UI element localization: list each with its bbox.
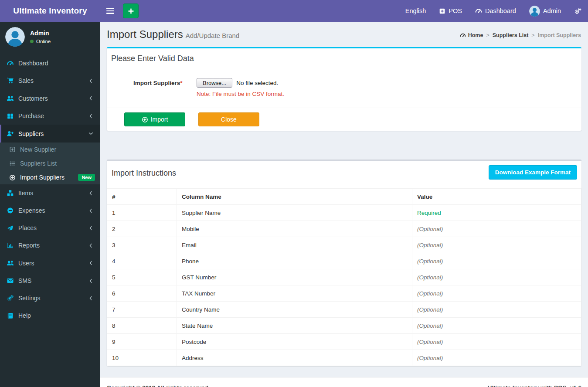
form-card-footer: Import Close <box>107 108 581 131</box>
sidebar-item-places: Places <box>0 219 100 237</box>
chevron-left-icon <box>88 113 94 119</box>
tachometer-icon <box>7 60 14 67</box>
csv-format-note: Note: File must be in CSV format. <box>197 91 284 97</box>
chevron-left-icon <box>88 225 94 231</box>
sidebar-item-sales: Sales <box>0 72 100 89</box>
hamburger-icon <box>106 8 114 9</box>
top-navbar: Ultimate Inventory English POS Dashboard… <box>0 0 588 22</box>
sidebar-item-customers: Customers <box>0 89 100 107</box>
list-icon <box>9 160 16 166</box>
chevron-left-icon <box>88 295 94 301</box>
user-plus-icon <box>7 130 14 137</box>
suppliers-submenu: New Supplier Suppliers List Import Suppl… <box>0 143 100 184</box>
copyright-text: Copyright © 2019 All rights reserved. <box>107 384 210 387</box>
avatar <box>5 27 25 47</box>
instructions-card-header: Import Instructions Download Example For… <box>107 161 581 188</box>
col-header-value: Value <box>412 189 581 205</box>
value-optional: (Optional) <box>412 221 581 237</box>
sidebar-item-new-supplier: New Supplier <box>0 143 100 156</box>
sidebar-item-import-suppliers: Import Suppliers New <box>0 170 100 184</box>
chevron-left-icon <box>88 190 94 196</box>
chevron-left-icon <box>88 260 94 266</box>
sidebar-item-expenses: Expenses <box>0 202 100 219</box>
breadcrumb-separator: > <box>486 32 489 38</box>
table-row: 2 Mobile (Optional) <box>107 221 581 237</box>
file-status-text: No file selected. <box>236 80 278 86</box>
avatar-icon <box>5 27 25 47</box>
avatar-icon <box>529 6 540 17</box>
sidebar-item-suppliers-list: Suppliers List <box>0 156 100 170</box>
col-header-number: # <box>107 189 177 205</box>
sidebar-user-panel: Admin Online <box>0 22 100 52</box>
table-row: 4 Phone (Optional) <box>107 253 581 269</box>
value-optional: (Optional) <box>412 334 581 350</box>
plus-square-icon <box>439 8 445 14</box>
language-menu[interactable]: English <box>399 0 433 22</box>
import-circle-icon <box>142 116 148 123</box>
table-row: 7 Country Name (Optional) <box>107 302 581 318</box>
sidebar-user-name: Admin <box>30 30 51 37</box>
breadcrumb-current: Import Suppliers <box>538 32 581 38</box>
browse-button[interactable]: Browse... <box>197 78 232 88</box>
sidebar-item-purchase: Purchase <box>0 107 100 125</box>
value-optional: (Optional) <box>412 237 581 253</box>
pos-label: POS <box>449 7 462 14</box>
table-row: 5 GST Number (Optional) <box>107 269 581 285</box>
sidebar-item-reports: Reports <box>0 237 100 254</box>
import-circle-icon <box>9 174 16 181</box>
pos-link[interactable]: POS <box>432 0 469 22</box>
table-row: 1 Supplier Name Required <box>107 205 581 221</box>
sidebar-item-users: Users <box>0 254 100 272</box>
tachometer-icon <box>475 7 482 14</box>
chevron-left-icon <box>88 208 94 214</box>
content-header: Import SuppliersAdd/Update Brand Home > … <box>100 22 588 47</box>
quick-add-button[interactable] <box>123 3 139 18</box>
value-required: Required <box>412 205 581 221</box>
page-subtitle: Add/Update Brand <box>186 32 239 39</box>
close-button[interactable]: Close <box>198 112 259 126</box>
breadcrumb-suppliers-list[interactable]: Suppliers List <box>493 32 529 38</box>
import-button[interactable]: Import <box>124 112 185 126</box>
sidebar: Admin Online Dashboard Sales Customers P… <box>0 22 100 387</box>
page-title: Import Suppliers <box>107 28 183 41</box>
avatar <box>529 6 540 17</box>
settings-menu-button[interactable] <box>568 0 588 22</box>
bar-chart-icon <box>7 242 14 249</box>
file-field-row: Import Suppliers* Browse... No file sele… <box>111 78 577 97</box>
import-instructions-card: Import Instructions Download Example For… <box>107 160 581 366</box>
chevron-down-icon <box>88 131 94 136</box>
download-example-format-button[interactable]: Download Example Format <box>489 165 577 180</box>
sidebar-item-items: Items <box>0 184 100 202</box>
new-badge: New <box>78 174 95 181</box>
file-field-column: Browse... No file selected. Note: File m… <box>197 78 284 97</box>
table-row: 9 Postcode (Optional) <box>107 334 581 350</box>
version-text: Ultimate Inventory with POS -v1.6 <box>488 384 581 387</box>
chevron-left-icon <box>88 243 94 248</box>
sidebar-toggle-button[interactable] <box>100 0 120 22</box>
user-menu[interactable]: Admin <box>523 0 568 22</box>
app-logo[interactable]: Ultimate Inventory <box>0 0 100 22</box>
paper-plane-icon <box>7 225 14 231</box>
required-asterisk: * <box>180 80 182 86</box>
grid-icon <box>7 113 14 119</box>
breadcrumb: Home > Suppliers List > Import Suppliers <box>460 32 581 38</box>
cogs-icon <box>574 7 581 15</box>
table-header-row: # Column Name Value <box>107 189 581 205</box>
breadcrumb-home[interactable]: Home <box>460 32 483 38</box>
instructions-table: # Column Name Value 1 Supplier Name Requ… <box>107 188 581 366</box>
sidebar-item-suppliers: Suppliers New Supplier Suppliers List Im… <box>0 125 100 184</box>
sidebar-item-sms: SMS <box>0 272 100 289</box>
dashboard-link[interactable]: Dashboard <box>469 0 523 22</box>
form-card-body: Import Suppliers* Browse... No file sele… <box>107 69 581 108</box>
users-icon <box>7 259 14 267</box>
form-card-header: Please Enter Valid Data <box>107 48 581 69</box>
content-area: Import SuppliersAdd/Update Brand Home > … <box>100 22 588 377</box>
page-footer: Copyright © 2019 All rights reserved. Ul… <box>100 377 588 387</box>
value-optional: (Optional) <box>412 253 581 269</box>
sidebar-item-dashboard: Dashboard <box>0 54 100 72</box>
breadcrumb-separator: > <box>531 32 534 38</box>
tachometer-icon <box>460 32 466 38</box>
sidebar-menu: Dashboard Sales Customers Purchase Suppl… <box>0 54 100 324</box>
col-header-column-name: Column Name <box>177 189 412 205</box>
value-optional: (Optional) <box>412 302 581 318</box>
